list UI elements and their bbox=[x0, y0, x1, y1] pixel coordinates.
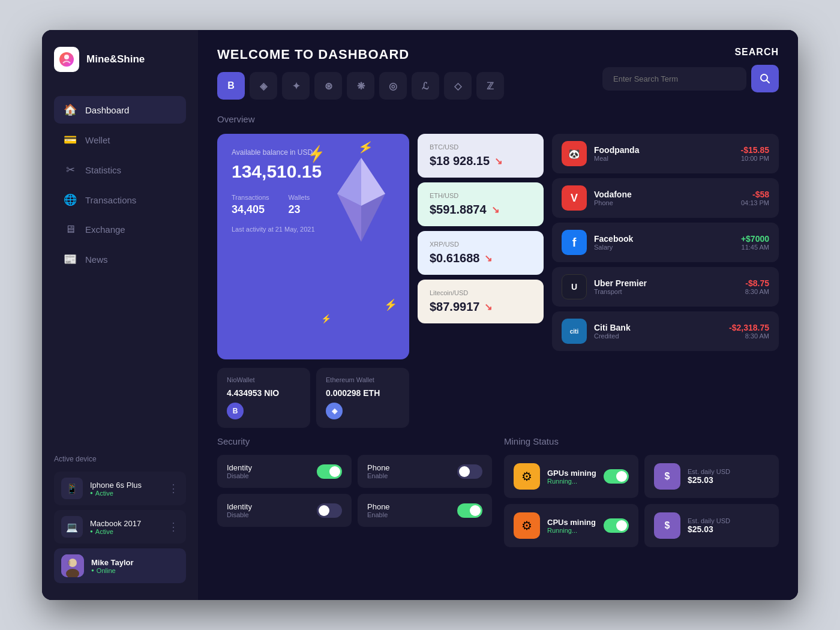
sidebar-item-label: News bbox=[85, 254, 108, 265]
security-sublabel: Disable bbox=[227, 511, 252, 518]
statistics-icon: ✂ bbox=[64, 163, 77, 176]
crypto-tab-bitcoin[interactable]: B bbox=[217, 72, 245, 100]
txn-time: 8:30 AM bbox=[745, 288, 769, 295]
nio-icon: B bbox=[227, 403, 244, 419]
daily-icon: $ bbox=[654, 463, 680, 490]
mining-name: GPUs mining bbox=[547, 469, 596, 478]
mining-daily-gpu: $ Est. daily USD $25.03 bbox=[644, 455, 779, 498]
mining-daily-label: Est. daily USD bbox=[688, 468, 769, 475]
sidebar-item-label: Dashboard bbox=[85, 105, 129, 115]
mining-daily-cpu: $ Est. daily USD $25.03 bbox=[644, 504, 779, 547]
user-status: Online bbox=[91, 567, 179, 574]
crypto-tab-zec[interactable]: ℤ bbox=[476, 72, 504, 100]
txn-logo-citi: citi bbox=[562, 319, 587, 344]
user-name: Mike Taylor bbox=[91, 558, 179, 567]
toggle-identity-2[interactable] bbox=[317, 503, 342, 518]
wallets-value: 23 bbox=[289, 203, 310, 216]
welcome-section: WELCOME TO DASHBOARD B ◈ ✦ ⊛ ❋ ◎ ℒ ◇ ℤ bbox=[217, 47, 504, 100]
txn-category: Phone bbox=[594, 199, 734, 206]
wallets-stat: Wallets 23 bbox=[289, 194, 310, 216]
price-label: BTC/USD bbox=[430, 143, 532, 151]
macbook-icon: 💻 bbox=[61, 516, 83, 538]
toggle-knob bbox=[329, 466, 340, 477]
txn-logo-facebook: f bbox=[562, 230, 587, 255]
txn-amount-section: -$58 04:13 PM bbox=[741, 190, 769, 206]
sidebar-item-wallet[interactable]: 💳 Wellet bbox=[54, 126, 186, 154]
toggle-knob bbox=[470, 505, 481, 516]
security-label: Phone bbox=[367, 502, 390, 511]
security-phone-on: Phone Enable bbox=[358, 494, 492, 527]
search-input[interactable] bbox=[602, 67, 746, 91]
wallet-mini-label: NioWallet bbox=[227, 376, 301, 383]
security-info: Phone Enable bbox=[367, 463, 390, 479]
price-value: $87.9917 ↘ bbox=[430, 300, 532, 314]
mining-amount: $25.03 bbox=[688, 475, 769, 485]
avatar bbox=[61, 554, 84, 577]
mining-daily-label: Est. daily USD bbox=[688, 517, 769, 524]
mining-info: CPUs mining Running... bbox=[547, 518, 596, 534]
txn-logo-foodpanda: 🐼 bbox=[562, 141, 587, 166]
crypto-tab-token1[interactable]: ❋ bbox=[347, 72, 374, 100]
wallet-mini-amount: 0.000298 ETH bbox=[326, 388, 400, 398]
device-info: Macbook 2017 Active bbox=[90, 519, 161, 535]
sidebar-item-dashboard[interactable]: 🏠 Dashboard bbox=[54, 96, 186, 124]
price-value: $591.8874 ↘ bbox=[430, 203, 532, 217]
toggle-identity-1[interactable] bbox=[317, 464, 342, 479]
price-card-btc: BTC/USD $18 928.15 ↘ bbox=[418, 134, 544, 178]
svg-rect-5 bbox=[68, 560, 70, 565]
toggle-knob bbox=[616, 520, 627, 531]
toggle-phone-1[interactable] bbox=[457, 464, 482, 479]
crypto-tab-eth[interactable]: ◈ bbox=[250, 72, 277, 100]
device-iphone: 📱 Iphone 6s Plus Active ⋮ bbox=[54, 472, 186, 505]
txn-time: 10:00 PM bbox=[741, 155, 769, 162]
mining-section: Mining Status ⚙ GPUs mining Running... bbox=[504, 436, 779, 547]
device-info: Iphone 6s Plus Active bbox=[90, 481, 161, 497]
price-arrow-down: ↘ bbox=[494, 155, 502, 167]
crypto-tab-xrp[interactable]: ✦ bbox=[282, 72, 310, 100]
txn-amount-section: -$8.75 8:30 AM bbox=[745, 278, 769, 295]
txn-foodpanda: 🐼 Foodpanda Meal -$15.85 10:00 PM bbox=[552, 134, 779, 173]
crypto-tab-dash[interactable]: ◇ bbox=[444, 72, 472, 100]
cpu-icon: ⚙ bbox=[514, 512, 540, 539]
device-status: Active bbox=[90, 490, 161, 497]
toggle-gpu[interactable] bbox=[604, 469, 629, 484]
txn-name: Citi Bank bbox=[594, 323, 722, 332]
device-menu-icon[interactable]: ⋮ bbox=[168, 482, 179, 495]
sidebar-item-label: Transactions bbox=[85, 195, 136, 205]
price-card-eth: ETH/USD $591.8874 ↘ bbox=[418, 182, 544, 226]
price-label: XRP/USD bbox=[430, 241, 532, 248]
mining-info: GPUs mining Running... bbox=[547, 469, 596, 485]
device-status: Active bbox=[90, 528, 161, 535]
txn-category: Credited bbox=[594, 332, 722, 340]
txn-time: 04:13 PM bbox=[741, 199, 769, 206]
bottom-section: Security Identity Disable bbox=[217, 436, 779, 547]
mining-status: Running... bbox=[547, 478, 596, 485]
price-arrow-down: ↘ bbox=[484, 253, 492, 264]
txn-amount: -$58 bbox=[741, 190, 769, 199]
crypto-tabs: B ◈ ✦ ⊛ ❋ ◎ ℒ ◇ ℤ bbox=[217, 72, 504, 100]
crypto-tab-chain[interactable]: ⊛ bbox=[314, 72, 342, 100]
sidebar-item-news[interactable]: 📰 News bbox=[54, 245, 186, 273]
sidebar-item-transactions[interactable]: 🌐 Transactions bbox=[54, 186, 186, 214]
device-menu-icon[interactable]: ⋮ bbox=[168, 520, 179, 533]
txn-logo-vodafone: V bbox=[562, 185, 587, 211]
mining-cpu: ⚙ CPUs mining Running... bbox=[504, 504, 638, 547]
txn-details: Citi Bank Credited bbox=[594, 323, 722, 340]
toggle-phone-2[interactable] bbox=[457, 503, 482, 518]
sidebar-item-exchange[interactable]: 🖥 Exchange bbox=[54, 216, 186, 243]
device-macbook: 💻 Macbook 2017 Active ⋮ bbox=[54, 510, 186, 544]
sidebar-item-statistics[interactable]: ✂ Statistics bbox=[54, 156, 186, 184]
user-item[interactable]: Mike Taylor Online bbox=[54, 548, 186, 583]
transactions-label: Transactions bbox=[232, 194, 269, 201]
txn-uber: U Uber Premier Transport -$8.75 8:30 AM bbox=[552, 267, 779, 307]
toggle-cpu[interactable] bbox=[604, 518, 629, 533]
sidebar-item-label: Exchange bbox=[85, 224, 125, 235]
crypto-tab-token2[interactable]: ◎ bbox=[379, 72, 407, 100]
search-button[interactable] bbox=[751, 65, 779, 92]
eth-wallet-card: Ethereum Wallet 0.000298 ETH ◈ bbox=[316, 368, 409, 428]
search-bar bbox=[602, 65, 779, 92]
search-section: SEARCH bbox=[602, 47, 779, 92]
svg-line-7 bbox=[767, 80, 770, 83]
price-label: ETH/USD bbox=[430, 192, 532, 199]
crypto-tab-ltc[interactable]: ℒ bbox=[412, 72, 439, 100]
